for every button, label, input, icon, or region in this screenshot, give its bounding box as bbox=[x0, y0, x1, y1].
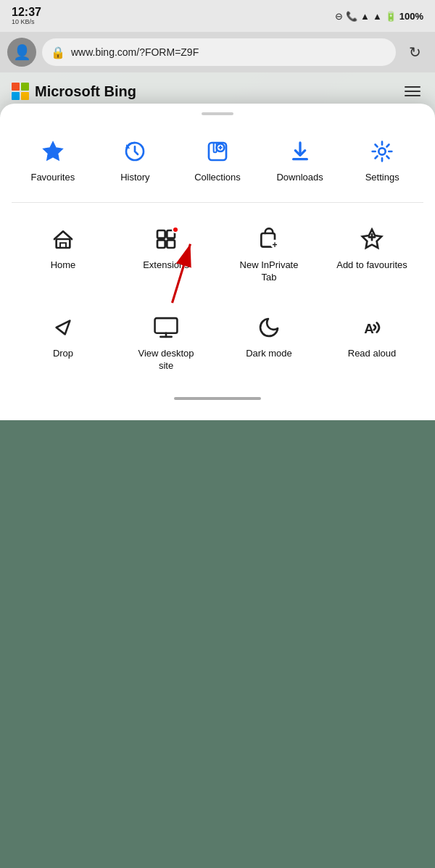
settings-icon-wrap bbox=[366, 135, 398, 167]
home-label: Home bbox=[51, 259, 76, 272]
svg-rect-22 bbox=[167, 241, 175, 249]
add-favourites-icon bbox=[360, 228, 384, 251]
wifi-icon: ▲ bbox=[360, 11, 370, 22]
menu-item-view-desktop[interactable]: View desktop site bbox=[130, 309, 202, 375]
collections-icon bbox=[206, 140, 229, 163]
ham-line-2 bbox=[405, 91, 420, 92]
favourites-label: Favourites bbox=[30, 172, 75, 184]
minus-circle-icon: ⊖ bbox=[335, 11, 343, 22]
read-aloud-icon: A bbox=[360, 316, 384, 339]
status-right: ⊖ 📞 ▲ ▲ 🔋 100% bbox=[335, 11, 423, 22]
svg-text:A: A bbox=[364, 321, 373, 336]
read-aloud-icon-wrap: A bbox=[356, 312, 388, 343]
page-background: Microsoft Bing Search the web 🎤 bbox=[0, 72, 435, 420]
menu-row-1: Favourites History bbox=[0, 128, 435, 191]
settings-label: Settings bbox=[365, 172, 399, 184]
view-desktop-icon-wrap bbox=[150, 312, 182, 343]
divider-1 bbox=[12, 202, 423, 203]
inprivate-icon: + bbox=[257, 228, 281, 251]
sq-blue bbox=[12, 92, 20, 100]
url-bar[interactable]: 🔒 www.bing.com/?FORM=Z9F bbox=[42, 38, 396, 66]
svg-marker-29 bbox=[57, 321, 70, 335]
history-icon bbox=[123, 140, 146, 163]
url-text: www.bing.com/?FORM=Z9F bbox=[71, 46, 387, 58]
menu-item-history[interactable]: History bbox=[99, 133, 171, 187]
ham-line-3 bbox=[405, 95, 420, 96]
home-icon bbox=[51, 228, 75, 251]
drop-icon bbox=[51, 316, 75, 339]
menu-row-3: Drop View desktop site bbox=[0, 304, 435, 380]
bing-logo: Microsoft Bing bbox=[12, 83, 136, 100]
inprivate-icon-wrap: + bbox=[253, 223, 285, 255]
menu-section-2: Home Extensions bbox=[0, 209, 435, 297]
menu-item-favourites[interactable]: Favourites bbox=[17, 133, 89, 187]
menu-item-new-inprivate[interactable]: + New InPrivate Tab bbox=[233, 220, 305, 287]
menu-item-extensions[interactable]: Extensions bbox=[130, 220, 202, 275]
phone-icon: 📞 bbox=[346, 11, 357, 22]
menu-section-3: Drop View desktop site bbox=[0, 297, 435, 385]
dark-mode-icon bbox=[257, 316, 281, 339]
battery-icon: 🔋 bbox=[385, 11, 397, 22]
home-indicator bbox=[174, 397, 261, 400]
history-icon-wrap bbox=[119, 135, 151, 167]
svg-rect-30 bbox=[155, 318, 178, 333]
extensions-icon-wrap bbox=[150, 223, 182, 255]
svg-text:+: + bbox=[272, 240, 277, 250]
status-left: 12:37 10 KB/s bbox=[12, 6, 41, 25]
menu-item-dark-mode[interactable]: Dark mode bbox=[233, 309, 305, 363]
bing-title: Microsoft Bing bbox=[35, 83, 136, 100]
dark-mode-icon-wrap bbox=[253, 312, 285, 343]
extensions-notification-dot bbox=[172, 226, 179, 233]
menu-item-home[interactable]: Home bbox=[27, 220, 99, 275]
collections-icon-wrap bbox=[202, 135, 233, 167]
extensions-label: Extensions bbox=[143, 259, 189, 272]
sq-red bbox=[12, 83, 20, 91]
battery-percent: 100% bbox=[399, 11, 423, 22]
downloads-icon-wrap bbox=[284, 135, 316, 167]
signal-icon: ▲ bbox=[373, 11, 382, 22]
collections-label: Collections bbox=[194, 172, 241, 184]
lock-icon: 🔒 bbox=[51, 46, 65, 59]
bing-squares bbox=[12, 83, 29, 100]
status-time: 12:37 bbox=[12, 6, 41, 19]
menu-item-downloads[interactable]: Downloads bbox=[264, 133, 336, 187]
read-aloud-label: Read aloud bbox=[348, 348, 397, 360]
drop-label: Drop bbox=[53, 348, 73, 360]
view-desktop-icon bbox=[153, 316, 179, 339]
status-bar: 12:37 10 KB/s ⊖ 📞 ▲ ▲ 🔋 100% bbox=[0, 0, 435, 32]
menu-item-read-aloud[interactable]: A Read aloud bbox=[336, 309, 408, 363]
view-desktop-label: View desktop site bbox=[130, 348, 202, 372]
downloads-label: Downloads bbox=[276, 172, 323, 184]
profile-button[interactable]: 👤 bbox=[7, 38, 36, 67]
menu-item-drop[interactable]: Drop bbox=[27, 309, 99, 363]
reload-button[interactable]: ↻ bbox=[402, 39, 428, 65]
drop-icon-wrap bbox=[47, 312, 79, 343]
svg-rect-19 bbox=[157, 230, 165, 238]
avatar-icon: 👤 bbox=[13, 43, 31, 61]
dark-mode-label: Dark mode bbox=[246, 348, 292, 360]
ham-line-1 bbox=[405, 86, 420, 88]
status-speed: 10 KB/s bbox=[12, 19, 35, 26]
sq-green bbox=[21, 83, 29, 91]
add-favourites-icon-wrap bbox=[356, 223, 388, 255]
menu-item-add-favourites[interactable]: Add to favourites bbox=[336, 220, 408, 275]
bottom-sheet: Favourites History bbox=[0, 104, 435, 420]
svg-rect-18 bbox=[60, 243, 66, 249]
history-label: History bbox=[120, 172, 149, 184]
menu-row-2: Home Extensions bbox=[0, 216, 435, 291]
hamburger-button[interactable] bbox=[402, 83, 423, 99]
inprivate-label: New InPrivate Tab bbox=[233, 259, 305, 284]
sheet-handle bbox=[202, 112, 233, 115]
sq-yellow bbox=[21, 92, 29, 100]
favourites-icon bbox=[41, 140, 65, 163]
menu-item-settings[interactable]: Settings bbox=[346, 133, 418, 187]
bing-header: Microsoft Bing bbox=[0, 72, 435, 107]
browser-chrome: 👤 🔒 www.bing.com/?FORM=Z9F ↻ bbox=[0, 32, 435, 72]
favourites-icon-wrap bbox=[37, 135, 69, 167]
downloads-icon bbox=[289, 140, 312, 163]
svg-point-16 bbox=[379, 148, 386, 154]
svg-marker-5 bbox=[43, 141, 62, 159]
reload-icon: ↻ bbox=[409, 43, 421, 61]
menu-item-collections[interactable]: Collections bbox=[181, 133, 254, 187]
menu-section-1: Favourites History bbox=[0, 121, 435, 197]
